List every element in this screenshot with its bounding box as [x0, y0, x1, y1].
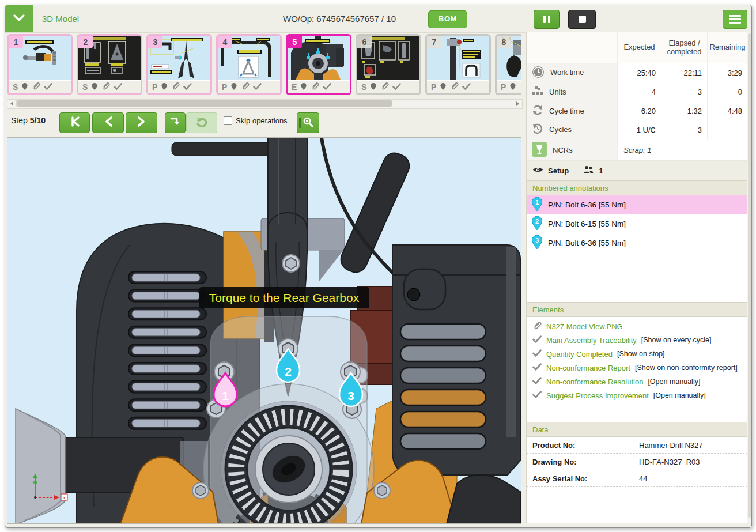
- undo-icon: [195, 116, 208, 129]
- setup-label: Setup: [548, 167, 569, 175]
- step-type-letter: S: [82, 82, 88, 92]
- annotation-item-3[interactable]: 3 P/N: Bolt 6-36 [55 Nm]: [527, 233, 747, 252]
- element-non-conformance-resolution[interactable]: Non-conformance Resolution[Open manually…: [527, 375, 752, 388]
- thumbnail-number: 1: [9, 36, 23, 48]
- svg-text:x: x: [63, 495, 66, 500]
- thumbnail-number: 2: [78, 36, 93, 48]
- thumbnail-status-bar: S: [357, 81, 419, 93]
- location-icon: [440, 82, 447, 92]
- thumbnail-step-7[interactable]: 7 P: [425, 34, 491, 95]
- thumbnail-scrollbar[interactable]: [7, 99, 523, 109]
- check-icon: [532, 363, 542, 372]
- check-icon: [323, 82, 331, 92]
- scrollbar-thumb[interactable]: [748, 33, 751, 518]
- skip-operations-checkbox[interactable]: [224, 116, 232, 125]
- chevron-down-icon: [13, 14, 25, 24]
- thumbnail-step-6[interactable]: 6 S: [356, 34, 421, 95]
- previous-step-button[interactable]: [92, 112, 124, 133]
- svg-text:1: 1: [535, 198, 539, 205]
- svg-text:2: 2: [535, 217, 539, 224]
- units-completed: 3: [661, 82, 707, 101]
- element-model-view[interactable]: N327 Model View.PNG: [527, 319, 752, 333]
- scrollbar-thumb[interactable]: [17, 100, 392, 107]
- step-type-letter: P: [222, 82, 227, 92]
- annotation-item-1[interactable]: 1 P/N: Bolt 6-36 [55 Nm]: [527, 195, 747, 214]
- first-step-button[interactable]: [59, 112, 90, 133]
- right-panel: Expected Elapsed / completed Remaining W…: [526, 32, 752, 523]
- operation-stats-table: Expected Elapsed / completed Remaining W…: [527, 32, 747, 161]
- stop-button[interactable]: [568, 10, 596, 29]
- thumbnail-step-2[interactable]: 2 S: [77, 34, 142, 95]
- page-title: 3D Model: [42, 5, 79, 32]
- paperclip-icon: [241, 82, 250, 92]
- thumbnail-step-1[interactable]: 1 S: [7, 34, 73, 95]
- clock-icon: [532, 66, 545, 80]
- next-step-icon: [138, 116, 146, 129]
- zoom-icon: [303, 116, 313, 130]
- ncr-note: Scrap: 1: [617, 139, 747, 161]
- annotation-text: P/N: Bolt 6-15 [55 Nm]: [548, 220, 626, 228]
- paperclip-icon: [101, 82, 110, 92]
- cycles-label[interactable]: Cycles: [549, 125, 572, 134]
- check-icon: [532, 349, 542, 359]
- jump-step-icon: [170, 116, 180, 129]
- annotation-item-2[interactable]: 2 P/N: Bolt 6-15 [55 Nm]: [527, 214, 747, 233]
- cycles-icon: [532, 123, 543, 137]
- step-type-letter: S: [361, 82, 366, 92]
- thumbnail-status-bar: P: [427, 81, 489, 93]
- element-non-conformance-report[interactable]: Non-conformance Report[Show on non-confo…: [527, 361, 752, 375]
- element-quantity-completed[interactable]: Quantity Completed[Show on stop]: [527, 347, 752, 361]
- jump-to-step-button[interactable]: [165, 112, 186, 133]
- thumbnail-step-8[interactable]: 8 P: [495, 34, 521, 95]
- thumbnail-step-5-active[interactable]: 5 E: [286, 34, 351, 95]
- check-icon: [44, 82, 52, 92]
- numbered-annotations-header: Numbered annotations: [527, 180, 747, 195]
- thumbnail-status-bar: P: [218, 81, 280, 93]
- row-units: Units 4 3 0: [527, 82, 747, 101]
- scroll-left-arrow[interactable]: [7, 100, 17, 107]
- step-counter: Step 5/10: [11, 116, 46, 125]
- work-time-label[interactable]: Work time: [550, 68, 584, 77]
- svg-text:3: 3: [347, 389, 354, 402]
- paperclip-icon: [32, 82, 40, 92]
- right-vent-panel: [392, 245, 520, 475]
- thumbnail-step-3[interactable]: 3 P: [146, 34, 212, 95]
- pause-button[interactable]: [534, 10, 560, 29]
- skip-operations-control: Skip operations: [224, 116, 288, 125]
- undo-button[interactable]: [186, 112, 217, 133]
- collapse-panel-button[interactable]: [5, 5, 33, 32]
- thumbnail-number: 7: [427, 36, 441, 48]
- thumbnail-step-4[interactable]: 4 P: [216, 34, 282, 95]
- step-type-letter: P: [152, 82, 157, 92]
- bom-button[interactable]: BOM: [428, 10, 467, 28]
- model-viewport[interactable]: x Torque to the Rear Gearbox 2 1 3: [7, 137, 521, 524]
- scroll-right-arrow[interactable]: [513, 100, 522, 107]
- element-suggest-process-improvement[interactable]: Suggest Process Improvement[Open manuall…: [527, 388, 752, 402]
- pause-icon: [543, 16, 546, 23]
- row-work-time: Work time 25:40 22:11 3:29: [527, 63, 747, 82]
- check-icon: [532, 335, 542, 345]
- zoom-button[interactable]: [297, 112, 319, 133]
- cycles-remaining: [707, 120, 747, 139]
- paperclip-icon: [380, 82, 389, 92]
- map-pin-icon: 3: [531, 235, 543, 251]
- cycle-time-remaining: 4:48: [707, 101, 747, 120]
- paperclip-icon: [520, 82, 521, 92]
- cycle-icon: [532, 104, 543, 118]
- step-thumbnail-strip: 1 S 2 S 3: [7, 34, 521, 97]
- panel-scrollbar[interactable]: [747, 32, 752, 523]
- menu-button[interactable]: [723, 10, 747, 29]
- work-time-expected: 25:40: [617, 63, 661, 82]
- units-icon: [532, 86, 543, 98]
- zoom-slider-handle: [299, 118, 301, 128]
- next-step-button[interactable]: [126, 112, 157, 133]
- cycle-time-elapsed: 1:32: [661, 101, 707, 120]
- screen: 3D Model WO/Op: 6745674567657 / 10 BOM 1…: [0, 0, 756, 532]
- check-icon: [183, 82, 192, 92]
- col-elapsed-completed: Elapsed / completed: [661, 32, 707, 63]
- setup-bar[interactable]: Setup 1: [527, 161, 747, 180]
- element-main-assembly-traceability[interactable]: Main Assembly Traceability[Show on every…: [527, 333, 752, 347]
- thumbnail-number: 5: [288, 36, 302, 48]
- col-remaining: Remaining: [707, 32, 747, 63]
- thumbnail-status-bar: S: [9, 81, 71, 93]
